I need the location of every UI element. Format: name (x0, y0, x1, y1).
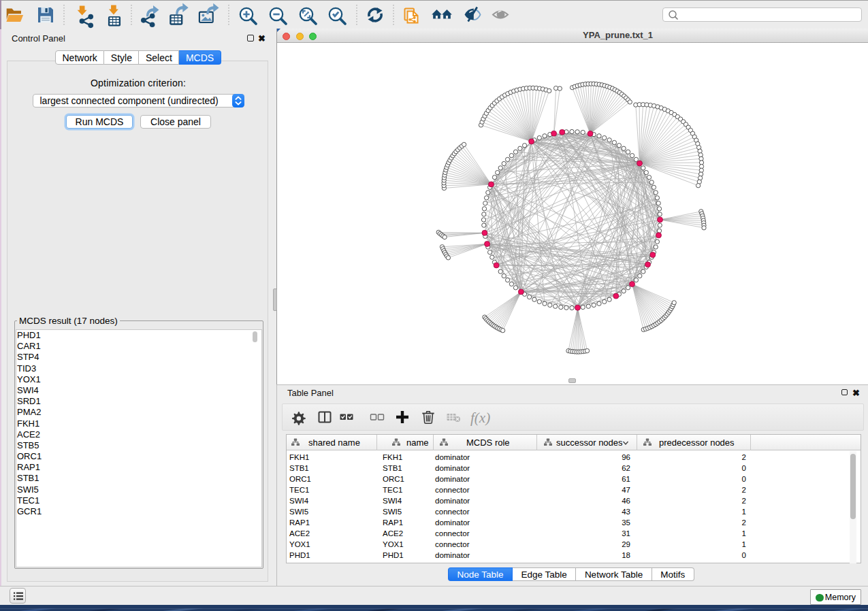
svg-text:f(x): f(x) (470, 410, 490, 426)
